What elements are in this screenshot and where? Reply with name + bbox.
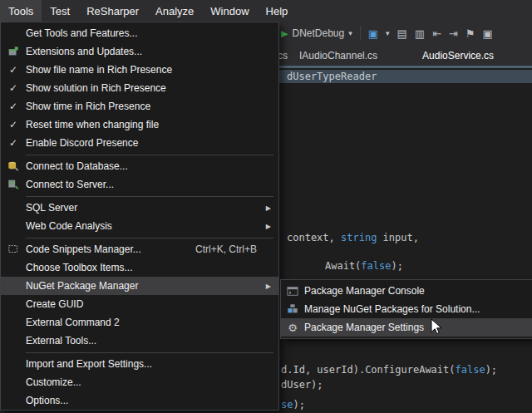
menubar-item-help[interactable]: Help xyxy=(258,0,297,22)
nuget-solution-icon xyxy=(287,303,298,315)
menu-item-package-manager-console[interactable]: Package Manager Console xyxy=(281,282,532,300)
console-icon xyxy=(287,286,298,297)
menu-separator xyxy=(26,238,273,238)
check-icon: ✓ xyxy=(9,82,17,94)
menu-item-web-code-analysis[interactable]: Web Code Analysis ▶ xyxy=(1,217,278,235)
menu-item-manage-nuget-packages-for-solution[interactable]: Manage NuGet Packages for Solution... xyxy=(281,300,532,318)
code-line: se); xyxy=(281,399,305,411)
code-line: d.Id, userId).ConfigureAwait(false); xyxy=(281,364,497,376)
mouse-cursor xyxy=(431,318,444,337)
menubar-item-test-label: Test xyxy=(50,5,70,17)
menubar-item-resharper-label: ReSharper xyxy=(86,5,139,17)
menu-item-options[interactable]: Options... xyxy=(1,391,278,410)
menu-item-show-time-rich-presence[interactable]: ✓ Show time in Rich Presence xyxy=(1,97,278,116)
menu-item-nuget-package-manager[interactable]: NuGet Package Manager ▶ xyxy=(1,277,278,295)
menu-separator xyxy=(26,155,273,155)
shortcut-label: Ctrl+K, Ctrl+B xyxy=(195,243,273,255)
snippets-icon xyxy=(7,243,19,255)
outdent-icon[interactable]: ⇤ xyxy=(432,27,441,40)
submenu-arrow-icon: ▶ xyxy=(266,204,271,212)
menu-item-show-solution-rich-presence[interactable]: ✓ Show solution in Rich Presence xyxy=(1,79,278,97)
menubar-item-test[interactable]: Test xyxy=(42,0,78,22)
menubar-item-tools[interactable]: Tools xyxy=(0,0,42,22)
menubar-item-tools-label: Tools xyxy=(8,5,33,17)
menu-item-create-guid[interactable]: Create GUID xyxy=(1,295,278,313)
window-preview-icon[interactable]: ▤ xyxy=(397,27,407,40)
play-icon: ▶ xyxy=(281,28,288,39)
bookmark-window-icon[interactable]: ▣ xyxy=(483,27,493,40)
window-split-icon[interactable]: ▥ xyxy=(415,27,425,40)
code-line: Await(false); xyxy=(325,260,403,272)
menubar-item-analyze[interactable]: Analyze xyxy=(147,0,202,22)
attach-caret-icon[interactable]: ▾ xyxy=(386,29,390,37)
menubar-item-window-label: Window xyxy=(210,5,249,17)
menu-item-connect-to-server[interactable]: Connect to Server... xyxy=(1,175,278,194)
run-config-label: DNetDebug xyxy=(292,27,344,39)
code-line: context, string input, xyxy=(287,232,419,243)
start-debugging-button[interactable]: ▶ DNetDebug ▾ xyxy=(281,27,352,39)
check-icon: ✓ xyxy=(9,137,17,149)
check-icon: ✓ xyxy=(9,119,17,130)
run-config-caret-icon[interactable]: ▾ xyxy=(348,29,352,37)
navigation-member-label: dUserTypeReader xyxy=(287,71,377,82)
menu-item-package-manager-settings[interactable]: ⚙ Package Manager Settings xyxy=(281,318,532,337)
menubar-item-resharper[interactable]: ReSharper xyxy=(78,0,147,22)
menu-item-import-and-export-settings[interactable]: Import and Export Settings... xyxy=(1,355,278,373)
server-connect-icon xyxy=(7,179,19,190)
menu-separator xyxy=(26,196,273,197)
code-line: dUser); xyxy=(281,379,323,391)
tab-iaudiochannel[interactable]: IAudioChannel.cs xyxy=(291,50,386,61)
menubar-item-help-label: Help xyxy=(266,5,288,17)
menu-item-external-tools[interactable]: External Tools... xyxy=(1,332,278,350)
menu-item-connect-to-database[interactable]: Connect to Database... xyxy=(1,157,278,175)
menu-item-sql-server[interactable]: SQL Server ▶ xyxy=(1,199,278,217)
tab-audioservice[interactable]: AudioService.cs xyxy=(414,50,502,61)
gear-icon: ⚙ xyxy=(288,322,298,334)
bookmark-icon[interactable]: ⚑ xyxy=(466,27,475,40)
menu-separator xyxy=(26,352,273,353)
menu-item-reset-time-when-changing-file[interactable]: ✓ Reset time when changing file xyxy=(1,116,278,134)
submenu-arrow-icon: ▶ xyxy=(266,283,271,290)
menu-item-get-tools-and-features[interactable]: Get Tools and Features... xyxy=(1,24,278,42)
menubar-item-analyze-label: Analyze xyxy=(155,5,194,17)
menu-item-show-file-name-rich-presence[interactable]: ✓ Show file name in Rich Presence xyxy=(1,61,278,79)
menubar: Tools Test ReSharper Analyze Window Help xyxy=(0,0,532,22)
menu-item-code-snippets-manager[interactable]: Code Snippets Manager... Ctrl+K, Ctrl+B xyxy=(1,240,278,258)
tools-menu: Get Tools and Features... Extensions and… xyxy=(0,22,279,411)
database-connect-icon xyxy=(7,160,19,172)
submenu-arrow-icon: ▶ xyxy=(266,223,271,230)
vs-window: Tools Test ReSharper Analyze Window Help… xyxy=(0,0,532,413)
indent-icon[interactable]: ⇥ xyxy=(449,27,458,40)
nuget-submenu: Package Manager Console Manage NuGet Pac… xyxy=(280,279,532,339)
menu-item-customize[interactable]: Customize... xyxy=(1,373,278,391)
menu-item-enable-discord-presence[interactable]: ✓ Enable Discord Presence xyxy=(1,134,278,152)
menu-item-external-command-2[interactable]: External Command 2 xyxy=(1,313,278,332)
menu-item-extensions-and-updates[interactable]: Extensions and Updates... xyxy=(1,42,278,61)
menu-item-choose-toolbox-items[interactable]: Choose Toolbox Items... xyxy=(1,258,278,277)
extensions-icon xyxy=(7,46,19,57)
check-icon: ✓ xyxy=(9,101,17,112)
toolbar-separator xyxy=(360,26,361,41)
menubar-item-window[interactable]: Window xyxy=(202,0,257,22)
check-icon: ✓ xyxy=(9,64,17,76)
attach-to-process-icon[interactable]: ▣ xyxy=(368,27,378,40)
